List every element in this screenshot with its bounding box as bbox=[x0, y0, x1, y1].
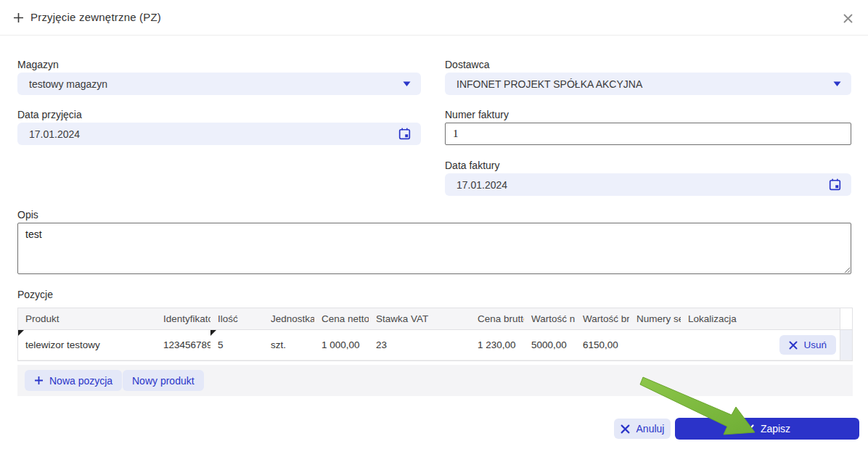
plus-icon bbox=[13, 12, 24, 23]
magazyn-select[interactable]: testowy magazyn bbox=[17, 73, 421, 95]
cell-produkt[interactable]: telewizor testowy bbox=[18, 330, 156, 361]
cell-identyfikator[interactable]: 123456789 bbox=[156, 330, 210, 361]
column-header-lokalizacja: Lokalizacja bbox=[681, 308, 746, 330]
check-icon bbox=[744, 424, 754, 433]
chevron-down-icon bbox=[833, 81, 841, 87]
column-header-wartosc-brutto: Wartość br... bbox=[576, 308, 629, 330]
dialog-titlebar: Przyjęcie zewnętrzne (PZ) bbox=[0, 0, 868, 36]
pozycje-label: Pozycje bbox=[17, 289, 53, 300]
opis-textarea[interactable]: test bbox=[17, 223, 851, 274]
column-header-stawka-vat: Stawka VAT bbox=[369, 308, 470, 330]
pozycje-toolbar: Nowa pozycja Nowy produkt bbox=[17, 365, 853, 396]
cell-lokalizacja[interactable] bbox=[681, 330, 746, 361]
cell-ilosc[interactable]: 5 bbox=[210, 330, 263, 361]
cell-cena-netto[interactable]: 1 000,00 bbox=[314, 330, 369, 361]
scrollbar-gutter bbox=[840, 330, 852, 361]
anuluj-button[interactable]: Anuluj bbox=[614, 419, 671, 439]
column-header-produkt: Produkt bbox=[18, 308, 156, 330]
column-header-identyfikator: Identyfikator bbox=[156, 308, 210, 330]
cell-edited-marker-icon bbox=[18, 330, 24, 336]
nowy-produkt-button[interactable]: Nowy produkt bbox=[123, 370, 204, 391]
scrollbar-gutter bbox=[840, 308, 852, 330]
column-header-jednostka: Jednostka bbox=[263, 308, 314, 330]
dostawca-label: Dostawca bbox=[445, 59, 489, 70]
cell-cena-brutto[interactable]: 1 230,00 bbox=[470, 330, 524, 361]
pz-dialog: Przyjęcie zewnętrzne (PZ) Magazyn testow… bbox=[0, 0, 868, 449]
data-faktury-datepicker[interactable]: 17.01.2024 bbox=[445, 173, 851, 196]
cell-wartosc-netto[interactable]: 5000,00 bbox=[524, 330, 576, 361]
data-przyjecia-datepicker[interactable]: 17.01.2024 bbox=[17, 123, 421, 145]
dostawca-value: INFONET PROJEKT SPÓŁKA AKCYJNA bbox=[456, 78, 833, 90]
column-header-ilosc: Ilość bbox=[210, 308, 263, 330]
x-icon bbox=[621, 424, 630, 434]
calendar-icon bbox=[829, 178, 841, 191]
cell-stawka-vat[interactable]: 23 bbox=[369, 330, 470, 361]
cell-wartosc-brutto[interactable]: 6150,00 bbox=[576, 330, 629, 361]
x-icon bbox=[789, 341, 798, 350]
chevron-down-icon bbox=[403, 81, 411, 87]
plus-icon bbox=[34, 376, 44, 385]
data-przyjecia-label: Data przyjęcia bbox=[17, 109, 82, 120]
magazyn-label: Magazyn bbox=[17, 59, 59, 70]
calendar-icon bbox=[398, 128, 411, 140]
close-icon[interactable] bbox=[840, 11, 855, 25]
cell-numery-seryjne[interactable] bbox=[629, 330, 681, 361]
column-header-actions bbox=[746, 308, 840, 330]
data-faktury-value: 17.01.2024 bbox=[456, 179, 829, 191]
pozycje-table: Produkt Identyfikator Ilość Jednostka Ce… bbox=[17, 308, 853, 361]
cell-edited-marker-icon bbox=[210, 330, 216, 336]
dostawca-select[interactable]: INFONET PROJEKT SPÓŁKA AKCYJNA bbox=[445, 73, 851, 95]
magazyn-value: testowy magazyn bbox=[29, 78, 403, 90]
nowa-pozycja-button[interactable]: Nowa pozycja bbox=[25, 370, 122, 391]
column-header-cena-netto: Cena netto bbox=[314, 308, 369, 330]
delete-row-button[interactable]: Usuń bbox=[779, 335, 836, 355]
column-header-numery-seryjne: Numery se... bbox=[629, 308, 681, 330]
cell-jednostka[interactable]: szt. bbox=[263, 330, 314, 361]
dialog-title: Przyjęcie zewnętrzne (PZ) bbox=[30, 11, 161, 23]
numer-faktury-input[interactable] bbox=[445, 123, 851, 145]
column-header-wartosc-netto: Wartość n... bbox=[524, 308, 576, 330]
column-header-cena-brutto: Cena brutto bbox=[470, 308, 524, 330]
cell-actions: Usuń bbox=[746, 330, 840, 361]
data-przyjecia-value: 17.01.2024 bbox=[29, 128, 398, 140]
opis-label: Opis bbox=[17, 209, 38, 221]
zapisz-button[interactable]: Zapisz bbox=[675, 418, 859, 440]
data-faktury-label: Data faktury bbox=[445, 160, 499, 171]
numer-faktury-label: Numer faktury bbox=[445, 109, 509, 120]
